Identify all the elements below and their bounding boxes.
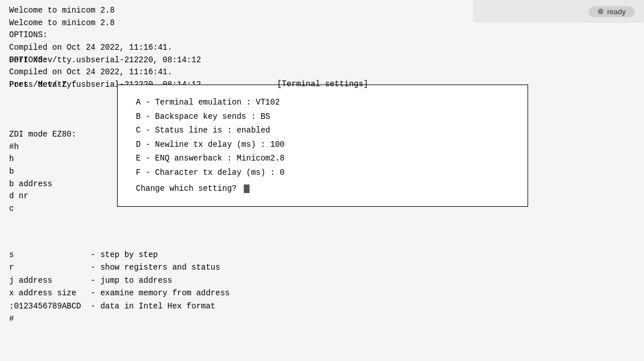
ready-dot-icon (598, 9, 603, 14)
t-press: Press Meta-Z f (9, 80, 77, 89)
row-b-key: B - Backspace key sends : BS (136, 112, 270, 121)
bottom-text: s - step by step r - show registers and … (9, 248, 230, 325)
ready-badge: ready (589, 6, 635, 17)
ready-label: ready (607, 7, 626, 16)
colon-line: :0123456789ABCD - data in Intel Hex form… (9, 302, 215, 311)
row-e-key: E - ENQ answerback : Minicom2.8 (136, 154, 284, 163)
modal-row-f: F - Character tx delay (ms) : 0 (136, 166, 509, 180)
r-line: r - show registers and status (9, 263, 220, 272)
row-c-key: C - Status line is : enabled (136, 126, 270, 135)
t-dnr: d nr (9, 191, 29, 200)
modal-body: A - Terminal emulation : VT102 B - Backs… (118, 85, 528, 206)
s-line: s - step by step (9, 250, 158, 259)
t-welcome: Welcome to minicom 2.8 (9, 6, 115, 15)
modal-row-a: A - Terminal emulation : VT102 (136, 95, 509, 110)
modal-row-b: B - Backspace key sends : BS (136, 110, 509, 124)
terminal-settings-modal: [Terminal settings] A - Terminal emulati… (117, 85, 528, 207)
modal-prompt-line: Change which setting? (136, 182, 509, 196)
t-options: OPTIONS: (9, 30, 47, 39)
row-f-key: F - Character tx delay (ms) : 0 (136, 168, 284, 177)
t-c: c (9, 204, 14, 213)
modal-row-c: C - Status line is : enabled (136, 123, 509, 138)
t-b: b (9, 167, 14, 176)
modal-row-d: D - Newline tx delay (ms) : 100 (136, 138, 509, 152)
x-line: x address size - examine memory from add… (9, 288, 230, 298)
t-hashh: #h (9, 142, 19, 151)
t-baddress: b address (9, 179, 53, 188)
t-port: Port /dev/tty.usbserial-212220, 08:14:12 (9, 55, 201, 65)
t-h: h (9, 154, 14, 163)
t-zdi: ZDI mode EZ80: (9, 130, 77, 139)
row-a-key: A - Terminal emulation : VT102 (136, 98, 280, 107)
modal-row-e: E - ENQ answerback : Minicom2.8 (136, 151, 509, 166)
t-compiled: Compiled on Oct 24 2022, 11:16:41. (9, 43, 172, 52)
row-d-key: D - Newline tx delay (ms) : 100 (136, 140, 284, 149)
modal-prompt-text: Change which setting? (136, 184, 236, 193)
cursor (244, 184, 249, 193)
j-line: j address - jump to address (9, 276, 172, 285)
hash-line: # (9, 314, 14, 323)
top-bar: ready (473, 0, 644, 23)
